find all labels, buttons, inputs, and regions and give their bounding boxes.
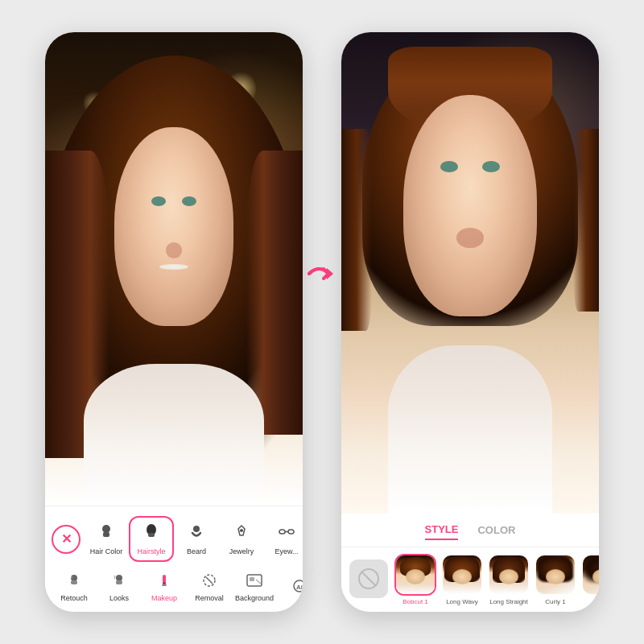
left-photo-wrapper (45, 32, 303, 506)
svg-point-11 (71, 576, 72, 578)
looks-label: Looks (109, 594, 129, 602)
svg-rect-15 (163, 582, 166, 584)
ban-icon (357, 567, 381, 591)
svg-rect-16 (162, 584, 167, 586)
bobcut1-thumb (394, 554, 436, 596)
hairstyle-curly2[interactable]: Curly ! (581, 554, 599, 605)
arrow-container (303, 256, 341, 291)
phones-row: ✕ Hair Color (0, 32, 644, 612)
hairstyle-none[interactable] (348, 558, 390, 602)
left-eye-left (151, 196, 166, 206)
removal-label: Removal (195, 594, 224, 602)
background-tool[interactable]: Background (232, 568, 277, 605)
face-left (114, 127, 233, 326)
right-image (341, 32, 599, 514)
right-eye-right (482, 161, 500, 172)
bob-side-right (573, 129, 599, 312)
right-eye-left (182, 196, 196, 206)
curly1-face (546, 569, 565, 584)
curly2-thumb (581, 554, 599, 596)
phone-right: STYLE COLOR (341, 32, 599, 612)
necklace (159, 264, 188, 270)
hairstyle-row: Bobcut 1 Long Wavy (341, 547, 599, 609)
svg-rect-20 (250, 577, 254, 581)
svg-point-9 (71, 575, 77, 581)
svg-rect-3 (148, 533, 155, 537)
curly2-label: Curly ! (592, 598, 599, 605)
background-icon (246, 572, 263, 592)
lips-right (456, 228, 483, 248)
svg-rect-10 (71, 580, 77, 584)
retouch-icon (65, 572, 83, 592)
hairstyle-bobcut1[interactable]: Bobcut 1 (394, 554, 436, 605)
arrow-icon (304, 256, 340, 291)
clothing-left (84, 364, 264, 506)
jewelry-label: Jewelry (229, 547, 254, 555)
right-photo-wrapper (341, 32, 599, 514)
hair-color-tool[interactable]: Hair Color (84, 518, 129, 560)
left-image (45, 32, 303, 506)
eyewear-icon (277, 522, 296, 545)
style-panel: STYLE COLOR (341, 514, 599, 612)
makeup-label: Makeup (151, 594, 177, 602)
longstraight-face (499, 569, 518, 584)
removal-icon (200, 572, 218, 592)
tab-style[interactable]: STYLE (425, 523, 459, 540)
eyewear-label: Eyew... (275, 547, 298, 555)
hairstyle-longwavy[interactable]: Long Wavy (441, 554, 483, 605)
eyewear-tool[interactable]: Eyew... (264, 518, 303, 560)
svg-point-5 (240, 529, 243, 532)
retouch-tool[interactable]: Retouch (52, 568, 97, 605)
phone-left: ✕ Hair Color (45, 32, 303, 612)
beard-icon (187, 522, 206, 545)
clothing-right (388, 345, 553, 514)
right-photo-area (341, 32, 599, 514)
bobcut1-face (406, 569, 425, 584)
hairstyle-curly1[interactable]: Curly 1 (535, 554, 576, 605)
lips-left (166, 242, 183, 258)
svg-rect-7 (288, 530, 294, 534)
cancel-button[interactable]: ✕ (52, 525, 80, 554)
jewelry-icon (232, 522, 251, 545)
retouch-label: Retouch (60, 594, 88, 602)
left-eye-right (440, 161, 458, 172)
background-label: Background (235, 594, 274, 602)
svg-marker-24 (327, 268, 333, 279)
longstraight-thumb (488, 554, 530, 596)
hairstyle-longstraight[interactable]: Long Straight (488, 554, 530, 605)
tab-color[interactable]: COLOR (477, 524, 515, 539)
svg-rect-14 (163, 575, 166, 583)
svg-point-0 (102, 525, 110, 533)
makeup-tool[interactable]: Makeup (142, 568, 187, 605)
svg-point-4 (193, 526, 200, 532)
jewelry-tool[interactable]: Jewelry (219, 518, 264, 560)
longwavy-face (452, 569, 472, 584)
beard-tool[interactable]: Beard (174, 518, 219, 560)
ai-icon: AI (291, 577, 303, 597)
looks-icon (110, 572, 128, 592)
top-tool-row: ✕ Hair Color (45, 513, 303, 565)
removal-tool[interactable]: Removal (187, 568, 232, 605)
ai-tool[interactable]: AI (277, 574, 303, 601)
svg-point-12 (116, 575, 122, 581)
bob-side-left (341, 129, 372, 331)
none-thumb (348, 558, 390, 600)
cancel-icon: ✕ (61, 531, 72, 547)
svg-rect-1 (103, 532, 109, 537)
hair-color-icon (97, 522, 116, 545)
bottom-tool-row: Retouch Looks (45, 565, 303, 609)
beard-label: Beard (187, 547, 206, 555)
curly1-label: Curly 1 (545, 598, 565, 605)
longstraight-label: Long Straight (489, 598, 528, 605)
left-photo-area (45, 32, 303, 506)
hairstyle-tool[interactable]: Hairstyle (129, 516, 174, 562)
left-toolbar: ✕ Hair Color (45, 506, 303, 612)
svg-rect-13 (116, 580, 122, 584)
hair-color-label: Hair Color (90, 547, 123, 555)
app-container: ✕ Hair Color (0, 0, 644, 644)
svg-text:AI: AI (296, 584, 303, 591)
svg-line-18 (206, 577, 213, 584)
looks-tool[interactable]: Looks (97, 568, 142, 605)
bobcut1-label: Bobcut 1 (402, 598, 428, 605)
face-right (403, 95, 537, 316)
